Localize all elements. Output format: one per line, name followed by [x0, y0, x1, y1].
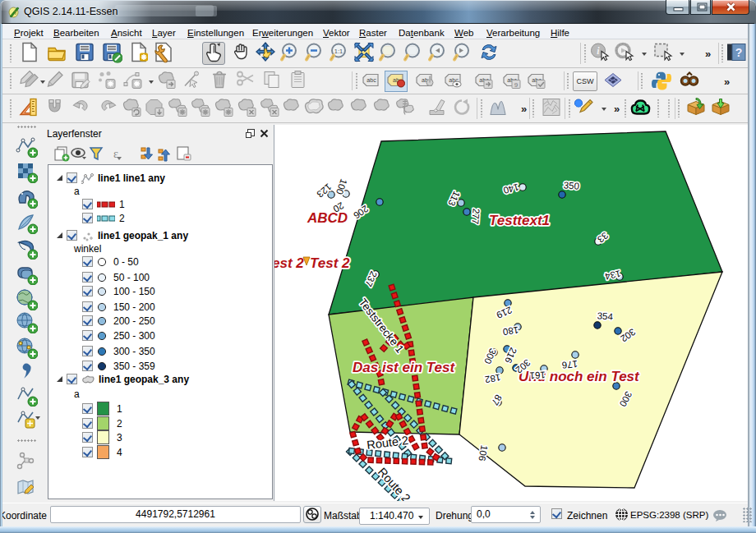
svg-text:abc: abc: [366, 76, 376, 82]
svg-text:277: 277: [470, 208, 482, 224]
svg-text:9: 9: [514, 80, 519, 88]
svg-text:ε: ε: [113, 148, 118, 160]
svg-text:350: 350: [563, 180, 579, 191]
svg-text:?: ?: [735, 46, 743, 59]
svg-text:1:1: 1:1: [334, 48, 343, 55]
svg-text:ABCD: ABCD: [307, 210, 348, 226]
svg-text:Test 2: Test 2: [310, 255, 350, 271]
svg-text:Testtext1: Testtext1: [489, 213, 550, 228]
svg-text:Das ist ein Test: Das ist ein Test: [353, 360, 455, 375]
svg-text:161: 161: [529, 370, 546, 381]
svg-text:est 2: est 2: [274, 255, 304, 271]
svg-text:176: 176: [561, 359, 578, 370]
svg-text:354: 354: [597, 310, 614, 321]
